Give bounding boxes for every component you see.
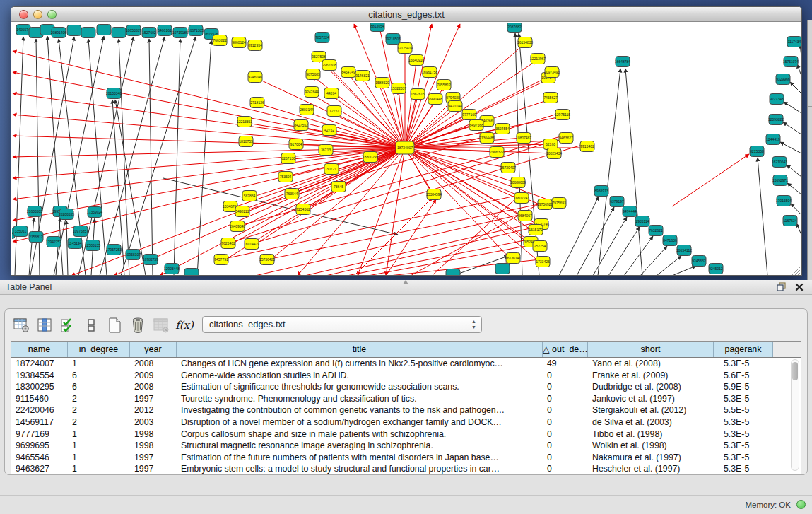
graph-node[interactable]: 30721 (324, 164, 339, 175)
graph-node[interactable]: 9246046 (248, 72, 262, 83)
graph-node[interactable]: 19218506 (385, 34, 401, 45)
graph-node[interactable]: 73645 (331, 182, 346, 192)
graph-node[interactable]: 16671385 (188, 25, 204, 36)
graph-node[interactable]: 9457791 (214, 255, 228, 265)
graph-node[interactable]: 335061 (13, 226, 28, 237)
graph-node[interactable]: 1527602 (142, 28, 156, 38)
graph-node[interactable]: 10653287 (126, 25, 141, 36)
graph-node[interactable]: 6466161 (158, 25, 172, 36)
graph-node[interactable]: 16154838 (517, 37, 533, 48)
graph-node[interactable]: 8938913 (594, 186, 608, 197)
graph-node[interactable]: 20153346 (106, 88, 122, 99)
select-rows-button[interactable] (59, 316, 77, 334)
graph-node[interactable]: 12093822 (768, 115, 784, 125)
graph-node[interactable]: 917004 (289, 139, 303, 150)
table-row[interactable]: 1830029562008Estimation of significance … (11, 381, 801, 393)
graph-node[interactable]: 26409348 (230, 221, 245, 232)
graph-node[interactable]: 587834 (242, 191, 257, 201)
graph-node[interactable]: 8215358 (750, 146, 764, 157)
graph-node[interactable]: 1362615 (411, 89, 425, 100)
graph-node[interactable]: 6497568 (469, 120, 483, 131)
graph-node[interactable]: 5498222 (235, 206, 249, 217)
graph-node[interactable]: 6379197 (610, 197, 624, 207)
column-header-out_de[interactable]: △ out_de… (543, 342, 588, 357)
table-row[interactable]: 946362711997Embryonic stem cells: a mode… (11, 463, 801, 474)
graph-node[interactable]: 2935114 (635, 216, 649, 227)
graph-node[interactable]: 8454749 (341, 67, 355, 78)
table-row[interactable]: 977716911998Corpus callosum shape and si… (11, 428, 801, 440)
graph-node[interactable]: 9242844 (305, 87, 319, 98)
graph-node[interactable]: 7986322 (490, 147, 504, 158)
graph-node[interactable]: 15384594 (426, 189, 442, 200)
graph-node[interactable]: 1810755 (239, 136, 253, 147)
graph-node[interactable]: 15692971 (772, 175, 788, 186)
window-titlebar[interactable]: citations_edges.txt (11, 7, 801, 22)
graph-node[interactable]: 20973493 (544, 67, 560, 78)
graph-node[interactable]: 9421044 (448, 101, 462, 112)
graph-node[interactable]: 7975693 (552, 198, 566, 209)
graph-node[interactable]: 9245012 (709, 264, 723, 274)
graph-node[interactable]: 9684067 (518, 211, 532, 221)
graph-node[interactable]: 1733426 (536, 257, 550, 267)
graph-node[interactable]: 16648784 (615, 57, 630, 67)
table-row[interactable]: 946554611997Estimation of the future num… (11, 452, 801, 464)
citation-graph[interactable]: 1405574208914061065328715276026466161107… (12, 23, 801, 275)
graph-node[interactable]: 9860124 (232, 37, 246, 48)
graph-node[interactable]: 10688609 (510, 177, 526, 188)
column-header-short[interactable]: short (588, 342, 714, 357)
graph-node[interactable]: 16210643 (772, 157, 787, 168)
graph-node[interactable] (81, 28, 95, 38)
graph-node[interactable]: 7465627 (543, 93, 558, 103)
graph-node[interactable]: 15751074 (783, 57, 799, 67)
graph-node[interactable]: 44204 (324, 88, 339, 99)
graph-node[interactable]: 18724007 (396, 141, 414, 154)
network-canvas[interactable]: 1405574208914061065328715276026466161107… (12, 23, 801, 275)
graph-node[interactable]: 2087682 (507, 23, 522, 33)
new-column-button[interactable] (105, 316, 124, 334)
function-builder-button[interactable]: f(x) (175, 316, 194, 334)
graph-node[interactable]: 8912954 (248, 40, 262, 51)
graph-node[interactable]: 16136141 (505, 253, 521, 264)
graph-node[interactable]: 9474444 (623, 206, 637, 217)
column-visibility-button[interactable] (35, 316, 54, 334)
graph-node[interactable]: 12975115 (555, 110, 570, 120)
graph-node[interactable]: 20891406 (51, 28, 66, 38)
delete-table-button[interactable] (152, 316, 170, 334)
table-row[interactable]: 969969511998Structural magnetic resonanc… (11, 440, 801, 452)
graph-node[interactable] (495, 264, 510, 274)
graph-node[interactable]: 2718126 (250, 98, 264, 108)
close-panel-icon[interactable] (795, 283, 804, 291)
graph-node[interactable]: 18807243 (514, 193, 529, 204)
graph-node[interactable]: 9146821 (355, 71, 370, 81)
table-rows[interactable]: 1872400712008Changes of HCN gene express… (11, 358, 801, 474)
node-table[interactable]: namein_degreeyeartitle△ out_de…shortpage… (11, 341, 801, 474)
panel-resize-grip[interactable] (403, 280, 408, 284)
row-tools-button[interactable] (82, 316, 100, 334)
graph-node[interactable]: 12213967 (530, 54, 546, 64)
graph-node[interactable]: 17957253 (106, 245, 122, 255)
graph-node[interactable]: 3624554 (495, 124, 510, 134)
graph-node[interactable]: 8471636 (663, 235, 677, 246)
graph-node[interactable]: 17359924 (87, 207, 102, 218)
column-header-name[interactable]: name (11, 342, 68, 357)
graph-node[interactable]: 12125419 (397, 43, 413, 54)
graph-node[interactable]: 9875685 (306, 69, 320, 80)
column-header-pagerank[interactable]: pagerank (714, 342, 773, 357)
graph-node[interactable]: 9463627 (559, 133, 573, 144)
graph-node[interactable]: 15736485 (259, 255, 275, 265)
graph-node[interactable]: 10719185 (172, 28, 188, 38)
graph-node[interactable]: 20206535 (59, 209, 74, 220)
float-window-icon[interactable] (777, 282, 786, 291)
graph-node[interactable]: 18300295 (363, 152, 378, 163)
graph-node[interactable] (97, 25, 111, 35)
graph-node[interactable]: 10025434 (546, 148, 562, 159)
graph-node[interactable]: 12213363 (237, 117, 252, 127)
graph-node[interactable]: 12923448 (164, 264, 180, 274)
graph-node[interactable]: 17942757 (46, 237, 61, 247)
graph-node[interactable]: 7663822 (213, 35, 227, 46)
graph-node[interactable]: 2803144 (300, 105, 314, 115)
graph-node[interactable] (112, 28, 126, 38)
column-header-title[interactable]: title (177, 342, 543, 357)
table-mode-button[interactable] (12, 316, 30, 334)
graph-node[interactable]: 15720407 (500, 163, 516, 173)
